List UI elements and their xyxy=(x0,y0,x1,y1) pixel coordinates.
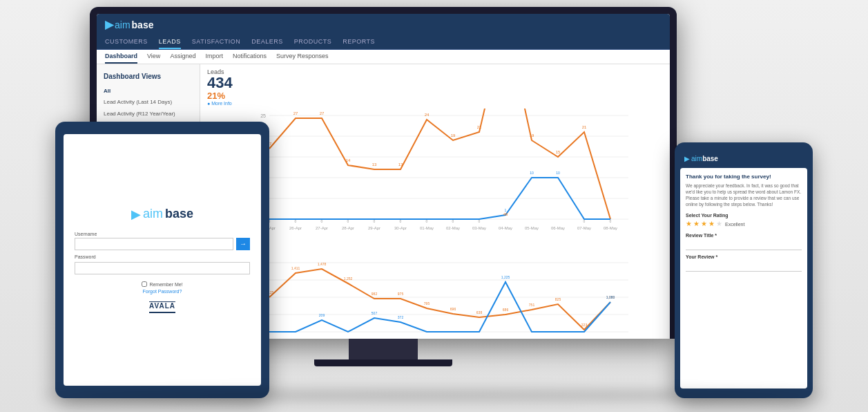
leads-header: Leads 434 21% ● More Info xyxy=(207,68,663,106)
sidebar-item-all[interactable]: All xyxy=(97,86,200,97)
phone-header: ▶ aimbase xyxy=(680,152,807,165)
star-3[interactable]: ★ xyxy=(701,220,707,227)
leads-chart-top: 25 20 15 10 5 0 Leads xyxy=(207,109,663,247)
svg-text:24: 24 xyxy=(425,113,430,117)
svg-text:06-May: 06-May xyxy=(551,226,565,230)
subnav-notifications[interactable]: Notifications xyxy=(233,50,267,64)
leads-more-info[interactable]: ● More Info xyxy=(207,101,663,106)
svg-text:0: 0 xyxy=(347,219,349,223)
svg-text:21: 21 xyxy=(582,125,587,129)
svg-text:1,478: 1,478 xyxy=(318,262,327,266)
svg-text:0: 0 xyxy=(452,219,454,223)
svg-text:03-May: 03-May xyxy=(472,226,486,230)
login-button[interactable]: → xyxy=(236,238,250,250)
main-area: Leads 434 21% ● More Info xyxy=(200,64,670,339)
svg-text:686: 686 xyxy=(503,308,509,312)
sidebar-item-lead-r12[interactable]: Lead Activity (R12 Year/Year) xyxy=(97,109,200,120)
svg-text:02-May: 02-May xyxy=(446,226,460,230)
svg-text:27-Apr: 27-Apr xyxy=(316,226,328,230)
login-logo-base: base xyxy=(165,207,193,221)
remember-row: Remember Me! xyxy=(142,281,182,287)
phone-logo-base: base xyxy=(702,155,718,162)
phone-frame: ▶ aimbase Thank you for taking the surve… xyxy=(675,142,813,398)
review-title-input[interactable] xyxy=(686,242,802,250)
svg-text:638: 638 xyxy=(476,310,483,315)
star-4[interactable]: ★ xyxy=(708,220,715,227)
logo-aim: aim xyxy=(115,19,131,30)
avala-logo: AVALA xyxy=(149,301,175,313)
svg-text:1,225: 1,225 xyxy=(501,275,510,279)
nav-satisfaction[interactable]: SATISFACTION xyxy=(192,35,240,49)
svg-text:26-Apr: 26-Apr xyxy=(289,226,302,230)
leads-percent: 21% xyxy=(207,91,663,101)
nav-reports[interactable]: REPORTS xyxy=(343,35,375,49)
nav-leads[interactable]: LEADS xyxy=(159,35,181,49)
svg-text:04-May: 04-May xyxy=(499,226,512,230)
survey-body: We appreciate your feedback. In fact, it… xyxy=(686,182,802,207)
stars-row: ★ ★ ★ ★ ★ Excellent xyxy=(686,220,802,229)
svg-text:30-Apr: 30-Apr xyxy=(394,226,407,230)
svg-text:19: 19 xyxy=(530,133,534,138)
svg-text:0: 0 xyxy=(426,219,428,223)
chart-svg-bottom: 1,750 1,500 1,250 1,000 750 1,125 1,411 xyxy=(207,256,663,339)
svg-text:08-May: 08-May xyxy=(604,226,617,230)
svg-text:29-Apr: 29-Apr xyxy=(368,226,380,230)
devices-shadow xyxy=(41,388,827,402)
remember-label: Remember Me! xyxy=(149,282,182,287)
svg-text:0: 0 xyxy=(400,219,402,223)
svg-text:21: 21 xyxy=(477,125,482,129)
subnav-assigned[interactable]: Assigned xyxy=(170,50,195,64)
svg-text:25: 25 xyxy=(260,113,266,118)
svg-text:01-May: 01-May xyxy=(420,226,434,230)
remember-checkbox[interactable] xyxy=(142,281,147,287)
login-logo-arrow-icon: ▶ xyxy=(131,207,141,222)
sidebar-title: Dashboard Views xyxy=(97,70,200,86)
star-1[interactable]: ★ xyxy=(686,220,692,227)
svg-text:10: 10 xyxy=(556,171,560,175)
star-rating[interactable]: ★ ★ ★ ★ ★ xyxy=(686,220,722,227)
svg-text:795: 795 xyxy=(424,301,430,306)
star-5[interactable]: ★ xyxy=(716,220,722,227)
password-group: Password xyxy=(75,254,250,275)
sub-nav: Dashboard View Assigned Import Notificat… xyxy=(97,50,670,64)
subnav-view[interactable]: View xyxy=(147,50,160,64)
app-header: ▶ aimbase xyxy=(97,14,670,35)
password-input[interactable] xyxy=(75,262,250,274)
logo-arrow-icon: ▶ xyxy=(105,18,113,31)
svg-text:27: 27 xyxy=(320,111,325,115)
password-label: Password xyxy=(75,254,250,259)
subnav-survey-responses[interactable]: Survey Responses xyxy=(276,50,329,64)
phone-screen: Thank you for taking the survey! We appr… xyxy=(680,168,807,388)
nav-dealers[interactable]: DEALERS xyxy=(251,35,283,49)
star-2[interactable]: ★ xyxy=(693,220,700,227)
svg-text:0: 0 xyxy=(321,219,323,223)
username-label: Username xyxy=(75,232,250,236)
survey-title: Thank you for taking the survey! xyxy=(686,174,802,180)
sidebar-item-lead-14[interactable]: Lead Activity (Last 14 Days) xyxy=(97,97,200,108)
svg-text:209: 209 xyxy=(319,313,325,317)
svg-text:1: 1 xyxy=(505,208,507,212)
svg-text:975: 975 xyxy=(398,292,404,296)
monitor-base xyxy=(314,359,452,366)
forgot-password-link[interactable]: Forgot Password? xyxy=(143,289,182,294)
leads-chart-bottom: 1,750 1,500 1,250 1,000 750 1,125 1,411 xyxy=(207,256,663,339)
your-review-input[interactable] xyxy=(686,263,802,272)
excellent-label: Excellent xyxy=(725,222,744,227)
svg-text:0: 0 xyxy=(479,219,481,223)
tablet-login: ▶ aimbase Username → Password Remember M… xyxy=(55,122,269,398)
main-nav: CUSTOMERS LEADS SATISFACTION DEALERS PRO… xyxy=(97,35,670,50)
username-input[interactable] xyxy=(75,238,233,250)
subnav-import[interactable]: Import xyxy=(205,50,223,64)
username-row: → xyxy=(75,238,250,250)
svg-text:507: 507 xyxy=(372,311,378,315)
svg-text:696: 696 xyxy=(450,307,456,311)
svg-text:0: 0 xyxy=(610,219,612,223)
svg-text:48: 48 xyxy=(503,212,508,216)
svg-text:15: 15 xyxy=(556,150,561,154)
survey-rating-label: Select Your Rating xyxy=(686,213,802,218)
svg-text:05-May: 05-May xyxy=(525,226,539,230)
phone-logo-arrow-icon: ▶ xyxy=(684,155,690,162)
subnav-dashboard[interactable]: Dashboard xyxy=(105,50,137,64)
nav-products[interactable]: PRODUCTS xyxy=(294,35,332,49)
nav-customers[interactable]: CUSTOMERS xyxy=(105,35,148,49)
